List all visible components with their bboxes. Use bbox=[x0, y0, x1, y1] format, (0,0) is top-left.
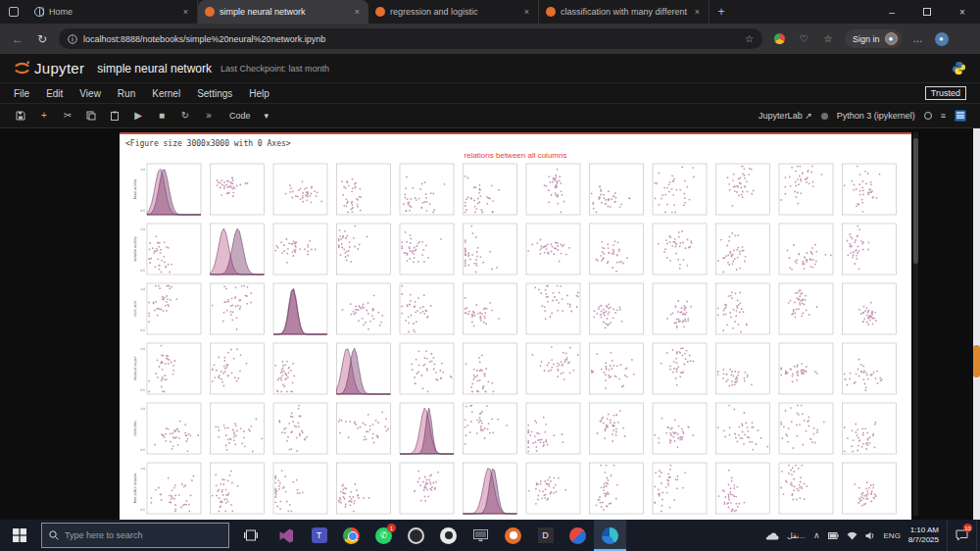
svg-text:0.5: 0.5 bbox=[140, 388, 145, 392]
notebook-content[interactable]: <Figure size 3000x3000 with 0 Axes> rela… bbox=[0, 128, 980, 520]
minimize-button[interactable]: – bbox=[874, 0, 909, 24]
battery-icon[interactable] bbox=[828, 531, 839, 540]
profile-icon[interactable]: ● bbox=[935, 32, 949, 46]
taskbar-search[interactable] bbox=[41, 523, 229, 548]
app-docker-d[interactable]: D bbox=[529, 520, 562, 551]
app-teams[interactable]: T bbox=[303, 520, 335, 551]
tab-simple-neural-network[interactable]: simple neural network × bbox=[198, 0, 368, 24]
shopping-icon[interactable] bbox=[771, 31, 787, 47]
status-dot-icon bbox=[821, 113, 828, 120]
restart-kernel-icon[interactable]: ↻ bbox=[178, 111, 192, 121]
new-tab-button[interactable]: + bbox=[710, 0, 733, 24]
pairplot-cell bbox=[590, 463, 644, 514]
notebook-panel-icon[interactable] bbox=[955, 110, 966, 122]
app-edge-active[interactable] bbox=[594, 520, 626, 551]
wifi-icon[interactable] bbox=[847, 531, 858, 540]
chevron-down-icon: ▾ bbox=[265, 111, 270, 121]
add-cell-icon[interactable]: + bbox=[37, 111, 51, 121]
cell-type-dropdown[interactable]: Code ▾ bbox=[229, 111, 269, 121]
svg-text:fixed acidity: fixed acidity bbox=[133, 179, 137, 200]
clock[interactable]: 1:10 AM 8/7/2025 bbox=[908, 526, 941, 545]
tab-regression-and-logistic[interactable]: regression and logistic × bbox=[368, 0, 539, 24]
maximize-button[interactable] bbox=[909, 0, 945, 24]
jupyter-logo[interactable]: Jupyter bbox=[14, 60, 84, 76]
menu-help[interactable]: Help bbox=[249, 88, 270, 99]
windows-taskbar: T ✆ 1 D نقل... ∧ ENG 1:10 AM bbox=[0, 520, 980, 551]
pairplot-cell bbox=[716, 403, 770, 454]
pairplot-cell bbox=[590, 224, 644, 275]
sign-in-button[interactable]: Sign in ● bbox=[845, 29, 902, 48]
pairplot-grid: fixed acidity1.00.5volatile acidity1.00.… bbox=[131, 162, 911, 517]
app-github[interactable] bbox=[432, 520, 465, 551]
tab-classification[interactable]: classification with many different × bbox=[539, 0, 710, 24]
notification-badge: 10 bbox=[963, 524, 972, 532]
tab-close-icon[interactable]: × bbox=[353, 7, 362, 17]
jupyterlab-link[interactable]: JupyterLab ↗ bbox=[759, 111, 812, 121]
task-view-button[interactable] bbox=[231, 520, 270, 551]
pairplot-cell bbox=[337, 343, 391, 394]
more-options-icon[interactable]: … bbox=[910, 31, 926, 47]
onedrive-cloud-icon[interactable] bbox=[765, 531, 779, 540]
app-jupyter[interactable] bbox=[497, 520, 529, 551]
tray-expand-icon[interactable]: ∧ bbox=[813, 530, 820, 540]
language-indicator[interactable]: ENG bbox=[884, 531, 901, 540]
favorite-star-icon[interactable]: ☆ bbox=[745, 33, 754, 44]
tab-close-icon[interactable]: × bbox=[181, 7, 190, 17]
menu-kernel[interactable]: Kernel bbox=[152, 88, 180, 99]
cut-cell-icon[interactable]: ✂ bbox=[61, 111, 74, 121]
app-firefox[interactable] bbox=[562, 520, 594, 551]
paste-cell-icon[interactable] bbox=[108, 111, 122, 121]
globe-icon bbox=[34, 7, 44, 17]
show-desktop-button[interactable] bbox=[976, 520, 980, 551]
app-visual-studio[interactable] bbox=[270, 520, 303, 551]
save-icon[interactable] bbox=[14, 111, 27, 121]
browser-essentials-icon[interactable]: ♡ bbox=[796, 31, 811, 47]
run-cell-icon[interactable]: ▶ bbox=[131, 111, 145, 121]
svg-text:1.0: 1.0 bbox=[140, 347, 145, 351]
notebook-title[interactable]: simple neural network bbox=[97, 62, 212, 75]
python-icon bbox=[952, 61, 966, 75]
trusted-badge[interactable]: Trusted bbox=[925, 86, 966, 100]
app-chrome[interactable] bbox=[335, 520, 368, 551]
svg-text:0.5: 0.5 bbox=[140, 448, 145, 452]
kernel-name[interactable]: Python 3 (ipykernel) bbox=[837, 111, 915, 121]
menu-edit[interactable]: Edit bbox=[46, 88, 63, 99]
action-center-button[interactable]: 10 bbox=[947, 520, 976, 551]
app-opera[interactable] bbox=[400, 520, 432, 551]
kernel-idle-icon bbox=[924, 112, 932, 120]
search-input[interactable] bbox=[65, 530, 221, 540]
back-icon[interactable]: ← bbox=[10, 32, 25, 46]
app-whatsapp[interactable]: ✆ 1 bbox=[368, 520, 400, 551]
menu-settings[interactable]: Settings bbox=[197, 88, 232, 99]
menu-view[interactable]: View bbox=[79, 88, 101, 99]
page-scrollbar-thumb[interactable] bbox=[973, 345, 980, 377]
restart-run-all-icon[interactable]: » bbox=[202, 111, 216, 121]
pairplot-cell: citric acid1.00.5 bbox=[133, 283, 201, 334]
tab-label: regression and logistic bbox=[390, 7, 517, 17]
menu-run[interactable]: Run bbox=[118, 88, 135, 99]
start-button[interactable] bbox=[0, 520, 39, 551]
plot-title: relations between all columns bbox=[125, 150, 906, 162]
favorites-bar-icon[interactable]: ☆ bbox=[820, 31, 836, 47]
output-cell[interactable]: <Figure size 3000x3000 with 0 Axes> rela… bbox=[120, 132, 911, 520]
pairplot-cell bbox=[273, 283, 327, 334]
notebook-scrollbar-thumb[interactable] bbox=[913, 138, 918, 264]
close-button[interactable]: × bbox=[945, 0, 980, 24]
menu-file[interactable]: File bbox=[14, 88, 29, 99]
tab-home[interactable]: Home × bbox=[27, 0, 198, 24]
view-menu-icon[interactable]: ≡ bbox=[941, 111, 946, 121]
url-field[interactable]: localhost:8888/notebooks/simple%20neural… bbox=[59, 28, 762, 49]
svg-text:volatile acidity: volatile acidity bbox=[133, 237, 137, 262]
refresh-icon[interactable]: ↻ bbox=[34, 32, 50, 46]
site-info-icon[interactable] bbox=[68, 34, 77, 44]
page-scrollbar[interactable] bbox=[973, 128, 980, 520]
tab-close-icon[interactable]: × bbox=[693, 7, 702, 17]
volume-icon[interactable] bbox=[865, 531, 876, 540]
tab-search-icon[interactable] bbox=[0, 0, 27, 24]
notebook-scrollbar[interactable] bbox=[913, 132, 918, 516]
tab-close-icon[interactable]: × bbox=[522, 7, 531, 17]
pairplot-cell bbox=[526, 463, 580, 514]
app-remote-desktop[interactable] bbox=[465, 520, 497, 551]
copy-cell-icon[interactable] bbox=[84, 111, 98, 121]
stop-kernel-icon[interactable]: ■ bbox=[155, 111, 169, 121]
